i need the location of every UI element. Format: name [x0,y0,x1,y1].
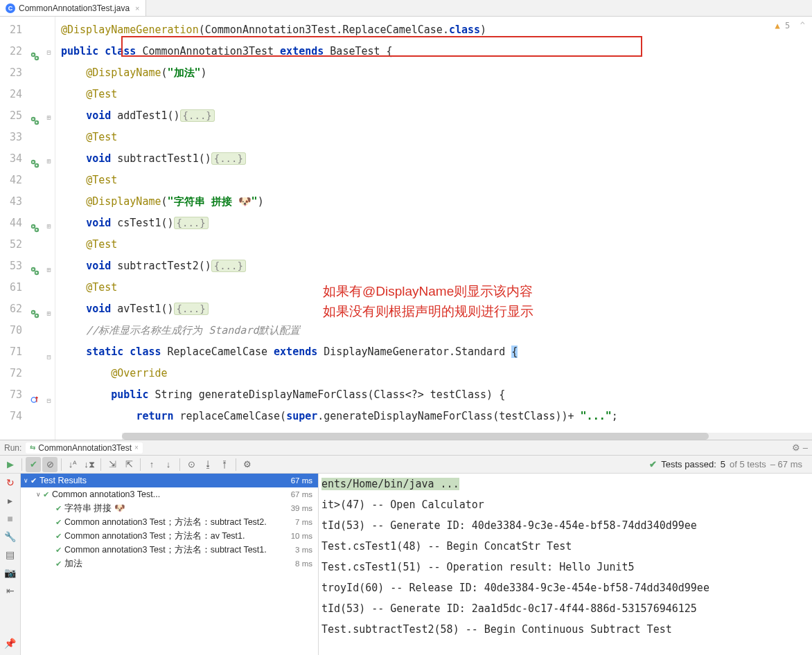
line-number: 34 [0,148,22,170]
tab-filename: CommonAnnotation3Test.java [19,3,130,13]
test-tree-row[interactable]: ✔Common annotation3 Test；方法名：av Test1.10… [21,529,318,543]
problems-indicator[interactable]: ▲ 5 ^ [775,21,805,30]
run-gutter-icon[interactable] [30,154,39,163]
layout-icon[interactable]: ▤ [3,547,18,562]
test-history-button[interactable]: ⊙ [184,457,199,472]
rerun-failed-button[interactable]: ↻ [3,475,18,490]
code-line[interactable]: @Override [61,363,812,384]
fold-toggle[interactable]: ⊞ [46,150,51,172]
fold-toggle[interactable]: ⊞ [46,303,51,324]
test-tree-row[interactable]: ✔Common annotation3 Test；方法名：subtract Te… [21,515,318,529]
fold-toggle[interactable]: ⊞ [46,259,51,280]
toggle-autotest-button[interactable]: ▸ [3,493,18,508]
editor-tab[interactable]: C CommonAnnotation3Test.java × [0,0,146,16]
run-gutter-icon[interactable] [30,219,39,228]
pass-icon: ✔ [55,518,62,527]
camera-icon[interactable]: 📷 [3,565,18,580]
export-button[interactable]: ⭱ [217,457,232,472]
test-tree-row[interactable]: ✔字符串 拼接 🐶39 ms [21,501,318,515]
code-line[interactable]: @Test [61,234,812,255]
run-gutter-icon[interactable] [30,305,39,314]
run-header: Run: ⇆ CommonAnnotation3Test × ⚙ – [0,440,812,456]
code-line[interactable]: public String generateDisplayNameForClas… [61,384,812,406]
code-line[interactable]: @Test [61,170,812,191]
line-number: 22 [0,41,22,62]
code-line[interactable]: @DisplayName("字符串 拼接 🐶") [61,191,812,213]
pass-icon: ✔ [55,546,62,555]
run-gutter-icon[interactable] [30,262,39,271]
import-button[interactable]: ⭳ [200,457,215,472]
code-line[interactable]: public class CommonAnnotation3Test exten… [61,41,812,62]
sort-duration-button[interactable]: ↓⧗ [82,457,97,472]
code-line[interactable]: return replaceCamelCase(super.generateDi… [61,406,812,427]
code-area[interactable]: 如果有@DisplayName则显示该内容 如果没有则根据声明的规则进行显示 @… [55,17,812,440]
wrench-icon[interactable]: 🔧 [3,529,18,544]
close-icon[interactable]: × [134,444,139,451]
fold-toggle[interactable]: ⊟ [46,346,51,368]
code-line[interactable]: void subtractTest1(){...} [61,148,812,170]
show-passed-button[interactable]: ✔ [26,457,41,472]
console-line: troyId(60) -- Release ID: 40de3384-9c3e-… [321,577,812,598]
next-button[interactable]: ↓ [161,457,176,472]
horizontal-scrollbar[interactable] [122,433,812,440]
code-line[interactable]: @DisplayNameGeneration(CommonAnnotation3… [61,19,812,41]
code-line[interactable]: //标准显示名称生成行为 Standard默认配置 [61,320,812,341]
line-number: 21 [0,19,22,41]
fold-toggle[interactable]: ⊟ [46,390,51,411]
test-tree-panel: ∨✔Test Results67 ms∨✔Common annotation3 … [21,474,319,655]
run-configuration-tab[interactable]: ⇆ CommonAnnotation3Test × [26,442,143,454]
gear-icon[interactable]: ⚙ – [792,442,808,453]
annotation-text-1: 如果有@DisplayName则显示该内容 [323,282,533,301]
code-line[interactable]: void csTest1(){...} [61,213,812,234]
fold-toggle[interactable]: ⊞ [46,215,51,237]
pass-icon: ✔ [55,504,62,513]
fold-gutter: ⊟ ⊞ ⊞ ⊞ ⊞ ⊞ ⊟ ⊟ [43,17,55,440]
override-icon[interactable] [30,391,39,400]
editor-tabbar: C CommonAnnotation3Test.java × [0,0,812,17]
check-icon: ✔ [649,459,657,469]
collapse-all-button[interactable]: ⇱ [121,457,136,472]
run-left-toolbar: ↻ ▸ ■ 🔧 ▤ 📷 ⇤ 📌 [0,474,21,655]
rerun-button[interactable]: ▶ [3,457,18,472]
run-gutter-icon[interactable] [30,47,39,56]
fold-toggle[interactable]: ⊟ [46,42,51,63]
test-tree-row[interactable]: ✔加法8 ms [21,557,318,571]
pass-icon: ✔ [55,532,62,541]
run-gutter-icon[interactable] [30,111,39,120]
console-line: it>(47) -- Open Calculator [321,494,812,515]
settings-button[interactable]: ⚙ [240,457,255,472]
code-line[interactable]: static class ReplaceCamelCase extends Di… [61,341,812,363]
test-tree-row[interactable]: ∨✔Common annotation3 Test...67 ms [21,487,318,501]
exit-icon[interactable]: ⇤ [3,583,18,598]
code-line[interactable]: @Test [61,84,812,105]
sort-alpha-button[interactable]: ↓ᴬ [65,457,80,472]
console-line: Test.subtractTest2(58) -- Begin Continuo… [321,619,812,640]
close-icon[interactable]: × [135,4,139,12]
stop-button[interactable]: ■ [3,511,18,526]
line-number: 25 [0,105,22,127]
test-status-bar: ✔ Tests passed: 5 of 5 tests – 67 ms [642,456,809,474]
prev-button[interactable]: ↑ [144,457,159,472]
console-line: Test.csTest1(51) -- Operation result: He… [321,557,812,577]
run-toolbar: ▶ ✔ ⊘ ↓ᴬ ↓⧗ ⇲ ⇱ ↑ ↓ ⊙ ⭳ ⭱ ⚙ ✔ Tests pass… [0,456,812,474]
pin-icon[interactable]: 📌 [3,636,18,651]
code-line[interactable]: @Test [61,127,812,148]
code-line[interactable]: void subtractTest2(){...} [61,255,812,277]
expand-all-button[interactable]: ⇲ [105,457,120,472]
test-tree-row[interactable]: ✔Common annotation3 Test；方法名：subtract Te… [21,543,318,557]
pass-icon: ✔ [30,476,37,485]
annotation-text-2: 如果没有则根据声明的规则进行显示 [323,302,533,321]
pass-icon: ✔ [43,490,49,499]
line-number: 74 [0,406,22,427]
line-number: 23 [0,62,22,84]
fold-toggle[interactable]: ⊞ [46,107,51,128]
code-line[interactable]: void addTest1(){...} [61,105,812,127]
console-output[interactable]: ents/Home/bin/java ...it>(47) -- Open Ca… [319,474,812,655]
line-number: 43 [0,191,22,213]
code-line[interactable]: @DisplayName("加法") [61,62,812,84]
test-tree-row[interactable]: ∨✔Test Results67 ms [21,474,318,487]
show-ignored-button[interactable]: ⊘ [42,457,58,472]
line-number: 52 [0,234,22,255]
line-number: 33 [0,127,22,148]
test-tree[interactable]: ∨✔Test Results67 ms∨✔Common annotation3 … [21,474,318,655]
